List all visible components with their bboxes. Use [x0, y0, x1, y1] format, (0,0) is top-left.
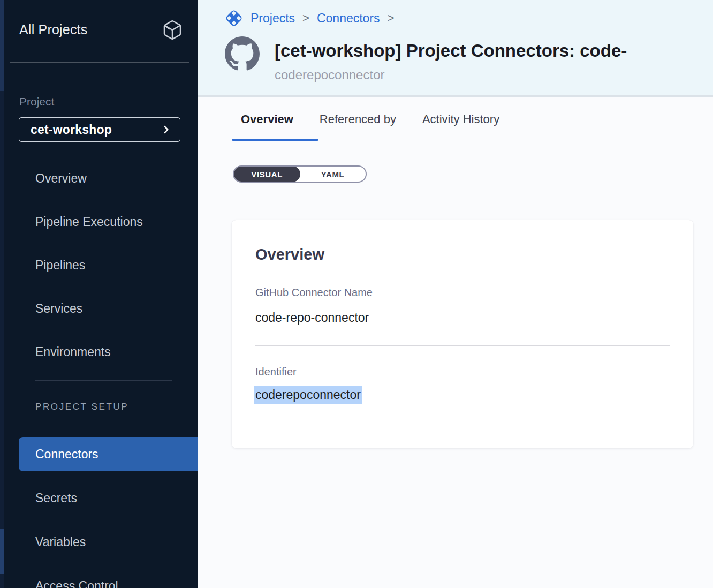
card-divider — [255, 345, 670, 346]
blue-diamond-logo-icon — [224, 8, 244, 28]
module-rail — [0, 0, 4, 588]
card-title: Overview — [255, 246, 324, 263]
app-window: All Projects Project cet-workshop Ov — [0, 0, 713, 588]
overview-card: Overview GitHub Connector Name code-repo… — [232, 220, 693, 448]
page-header: Projects > Connectors > [cet-workshop] P… — [198, 0, 713, 97]
field-label-identifier: Identifier — [255, 366, 297, 378]
module-rail-scroll-indicator[interactable] — [0, 529, 4, 574]
breadcrumb-separator: > — [386, 11, 396, 25]
github-octocat-icon — [225, 36, 260, 71]
breadcrumb-separator: > — [301, 11, 310, 25]
tab-referenced-by[interactable]: Referenced by — [320, 112, 396, 130]
sidebar-item-label: Access Control — [35, 579, 118, 588]
sidebar-item-services[interactable]: Services — [4, 287, 198, 330]
sidebar-item-connectors[interactable]: Connectors — [4, 432, 198, 476]
sidebar-item-label: Variables — [35, 535, 86, 549]
sidebar-item-secrets[interactable]: Secrets — [4, 476, 198, 520]
main-content: Projects > Connectors > [cet-workshop] P… — [198, 0, 713, 588]
sidebar-item-access-control[interactable]: Access Control — [4, 564, 198, 588]
breadcrumb-link-connectors[interactable]: Connectors — [317, 11, 380, 26]
page-title: [cet-workshop] Project Connectors: code- — [275, 41, 713, 61]
toggle-option-visual[interactable]: VISUAL — [233, 166, 300, 182]
toggle-option-yaml[interactable]: YAML — [300, 167, 366, 182]
package-cube-icon[interactable] — [162, 19, 183, 41]
sidebar-item-label: Overview — [35, 171, 87, 186]
active-tab-underline — [232, 139, 318, 141]
sidebar-divider — [10, 62, 189, 63]
sidebar-item-label: Pipeline Executions — [35, 215, 143, 229]
field-value-identifier: coderepoconnector — [254, 388, 362, 402]
field-label-connector-name: GitHub Connector Name — [255, 287, 373, 299]
all-projects-label: All Projects — [19, 22, 87, 37]
selected-text-highlight: coderepoconnector — [254, 386, 362, 404]
module-rail-active-segment — [0, 0, 4, 91]
page-subtitle: coderepoconnector — [275, 67, 384, 82]
tab-activity-history[interactable]: Activity History — [422, 112, 499, 130]
sidebar-item-overview[interactable]: Overview — [4, 157, 198, 200]
sidebar-nav-list: Overview Pipeline Executions Pipelines S… — [4, 157, 198, 374]
sidebar-item-pipelines[interactable]: Pipelines — [4, 244, 198, 287]
project-selector-value: cet-workshop — [31, 123, 112, 137]
project-section-label: Project — [19, 95, 54, 108]
visual-yaml-toggle[interactable]: VISUAL YAML — [233, 165, 367, 183]
sidebar-item-variables[interactable]: Variables — [4, 520, 198, 564]
tab-overview[interactable]: Overview — [241, 112, 293, 130]
sidebar-item-pipeline-executions[interactable]: Pipeline Executions — [4, 200, 198, 244]
sidebar-item-environments[interactable]: Environments — [4, 330, 198, 374]
sidebar-item-label: Pipelines — [35, 258, 85, 273]
tab-bar: Overview Referenced by Activity History — [241, 112, 499, 130]
chevron-right-icon — [161, 124, 171, 135]
sidebar-section-divider — [35, 380, 172, 381]
breadcrumb-link-projects[interactable]: Projects — [251, 11, 295, 26]
all-projects-row: All Projects — [4, 19, 198, 42]
project-setup-list: Connectors Secrets Variables Access Cont… — [4, 432, 198, 588]
project-sidebar: All Projects Project cet-workshop Ov — [4, 0, 198, 588]
project-setup-section-header: PROJECT SETUP — [35, 402, 128, 412]
breadcrumb: Projects > Connectors > — [224, 7, 395, 29]
sidebar-item-label: Environments — [35, 345, 111, 359]
sidebar-item-label: Connectors — [35, 447, 98, 462]
sidebar-item-label: Services — [35, 301, 82, 316]
project-selector[interactable]: cet-workshop — [19, 117, 180, 142]
field-value-connector-name: code-repo-connector — [255, 311, 369, 325]
sidebar-item-label: Secrets — [35, 491, 77, 506]
